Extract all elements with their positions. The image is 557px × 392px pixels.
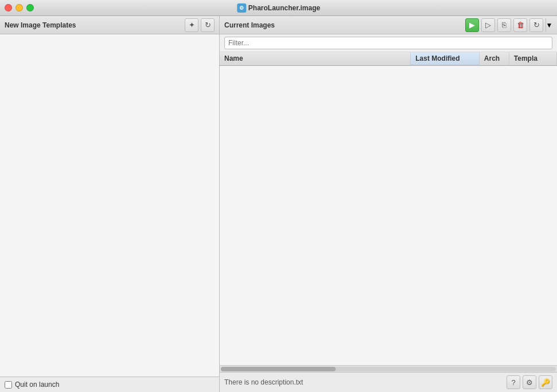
filter-bar xyxy=(220,34,557,52)
window-controls xyxy=(5,4,34,11)
scrollbar-thumb[interactable] xyxy=(221,367,336,371)
key-button[interactable]: 🔑 xyxy=(539,375,552,389)
col-header-arch[interactable]: Arch xyxy=(479,52,509,65)
right-panel-title: Current Images xyxy=(224,21,275,29)
run-button[interactable]: ▶ xyxy=(465,18,479,32)
scrollbar-track xyxy=(221,367,556,371)
refresh-right-button[interactable]: ↻ xyxy=(529,18,543,32)
run-headless-button[interactable]: ▷ xyxy=(481,18,495,32)
template-tree xyxy=(0,34,219,377)
help-button[interactable]: ? xyxy=(507,375,520,389)
right-panel: Current Images ▶ ▷ ⎘ 🗑 ↻ ▼ Name Last Mod xyxy=(220,16,557,392)
left-bottom-bar: Quit on launch xyxy=(0,377,219,392)
images-table: Name Last Modified Arch Templa xyxy=(220,52,557,66)
col-header-template[interactable]: Templa xyxy=(509,52,556,65)
col-header-name[interactable]: Name xyxy=(220,52,411,65)
app-icon: ⚙ xyxy=(237,3,246,13)
quit-on-launch-label[interactable]: Quit on launch xyxy=(15,381,59,389)
right-bottom-actions: ? ⚙ 🔑 xyxy=(507,375,552,389)
left-panel-header: New Image Templates ✦ ↻ xyxy=(0,16,219,34)
images-table-container[interactable]: Name Last Modified Arch Templa xyxy=(220,52,557,66)
refresh-left-button[interactable]: ↻ xyxy=(201,18,215,32)
close-button[interactable] xyxy=(5,4,12,11)
status-text: There is no description.txt xyxy=(224,378,303,386)
settings-button[interactable]: ⚙ xyxy=(523,375,536,389)
left-panel-actions: ✦ ↻ xyxy=(185,18,215,32)
table-header-row: Name Last Modified Arch Templa xyxy=(220,52,557,65)
horizontal-scrollbar[interactable] xyxy=(220,365,557,372)
copy-button[interactable]: ⎘ xyxy=(497,18,511,32)
delete-button[interactable]: 🗑 xyxy=(513,18,527,32)
col-header-lastmod[interactable]: Last Modified xyxy=(411,52,480,65)
window-title: ⚙ PharoLauncher.image xyxy=(237,3,320,13)
quit-on-launch-wrap: Quit on launch xyxy=(5,381,59,389)
main-container: New Image Templates ✦ ↻ Quit on launch C… xyxy=(0,16,557,392)
title-bar: ⚙ PharoLauncher.image xyxy=(0,0,557,16)
filter-input[interactable] xyxy=(224,37,552,49)
quit-on-launch-checkbox[interactable] xyxy=(5,381,12,389)
table-wrapper: Name Last Modified Arch Templa xyxy=(220,52,557,365)
right-panel-header: Current Images ▶ ▷ ⎘ 🗑 ↻ ▼ xyxy=(220,16,557,34)
minimize-button[interactable] xyxy=(15,4,23,11)
left-panel: New Image Templates ✦ ↻ Quit on launch xyxy=(0,16,220,392)
right-panel-actions: ▶ ▷ ⎘ 🗑 ↻ ▼ xyxy=(465,18,552,32)
dropdown-arrow[interactable]: ▼ xyxy=(546,18,552,32)
maximize-button[interactable] xyxy=(26,4,34,11)
star-button[interactable]: ✦ xyxy=(185,18,198,32)
left-panel-title: New Image Templates xyxy=(5,21,76,29)
right-bottom-bar: There is no description.txt ? ⚙ 🔑 xyxy=(220,372,557,392)
